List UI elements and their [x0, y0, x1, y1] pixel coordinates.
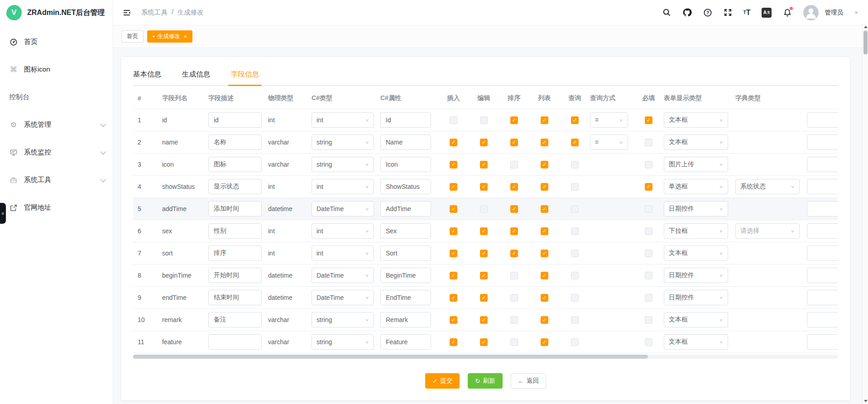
sort-checkbox[interactable]	[510, 338, 518, 346]
cs-prop-input[interactable]	[380, 290, 431, 305]
insert-checkbox[interactable]	[450, 161, 457, 168]
required-checkbox[interactable]	[645, 294, 652, 302]
query-checkbox[interactable]	[571, 338, 579, 346]
insert-checkbox[interactable]	[450, 316, 457, 324]
sort-checkbox[interactable]	[510, 205, 518, 213]
required-checkbox[interactable]	[645, 316, 652, 324]
vertical-scrollbar[interactable]	[862, 24, 868, 404]
sort-checkbox[interactable]	[510, 294, 518, 302]
settings-drawer-handle[interactable]: ≡	[0, 203, 6, 224]
sort-checkbox[interactable]	[510, 183, 518, 191]
cs-prop-input[interactable]	[380, 312, 431, 327]
list-checkbox[interactable]	[541, 139, 548, 146]
dict-type-select[interactable]: 系统状态 ∨	[735, 179, 800, 194]
form-type-select[interactable]: 日期控件 ∨	[664, 268, 728, 283]
sidebar-item-official-site[interactable]: 官网地址	[0, 194, 113, 221]
list-checkbox[interactable]	[541, 294, 548, 302]
cs-type-select[interactable]: string ∨	[312, 157, 374, 172]
cs-type-select[interactable]: int ∨	[312, 245, 374, 261]
insert-checkbox[interactable]	[450, 294, 457, 302]
cs-prop-input[interactable]	[380, 135, 431, 150]
required-checkbox[interactable]	[645, 139, 652, 146]
cs-type-select[interactable]: string ∨	[312, 312, 374, 327]
column-desc-input[interactable]	[208, 223, 262, 239]
collapse-sidebar-button[interactable]	[122, 8, 131, 17]
list-checkbox[interactable]	[541, 316, 548, 324]
edit-checkbox[interactable]	[480, 250, 488, 257]
extra-input[interactable]	[807, 268, 838, 283]
tab-basic-info[interactable]: 基本信息	[133, 70, 161, 85]
extra-input[interactable]	[807, 312, 838, 327]
query-checkbox[interactable]	[571, 250, 579, 257]
breadcrumb-item[interactable]: 系统工具	[141, 8, 168, 17]
query-checkbox[interactable]	[571, 161, 579, 168]
sort-checkbox[interactable]	[510, 250, 518, 257]
extra-input[interactable]	[807, 157, 838, 172]
edit-checkbox[interactable]	[480, 161, 488, 168]
list-checkbox[interactable]	[541, 116, 548, 124]
scroll-down-arrow-icon[interactable]	[863, 398, 868, 404]
required-checkbox[interactable]	[645, 205, 652, 213]
extra-input[interactable]	[807, 201, 838, 216]
avatar[interactable]	[803, 5, 819, 20]
extra-input[interactable]	[807, 334, 838, 350]
query-checkbox[interactable]	[571, 116, 579, 124]
column-desc-input[interactable]	[208, 157, 262, 172]
cs-type-select[interactable]: DateTime ∨	[312, 268, 374, 283]
insert-checkbox[interactable]	[450, 272, 457, 279]
required-checkbox[interactable]	[645, 338, 652, 346]
form-type-select[interactable]: 日期控件 ∨	[664, 201, 728, 216]
form-type-select[interactable]: 文本框 ∨	[664, 135, 728, 150]
sidebar-item-system-monitor[interactable]: 系统监控	[0, 139, 113, 166]
list-checkbox[interactable]	[541, 161, 548, 168]
column-desc-input[interactable]	[208, 268, 262, 283]
edit-checkbox[interactable]	[480, 227, 488, 235]
form-type-select[interactable]: 文本框 ∨	[664, 245, 728, 261]
list-checkbox[interactable]	[541, 205, 548, 213]
column-desc-input[interactable]	[208, 312, 262, 327]
cs-prop-input[interactable]	[380, 268, 431, 283]
sort-checkbox[interactable]	[510, 227, 518, 235]
column-desc-input[interactable]	[208, 334, 262, 350]
required-checkbox[interactable]	[645, 272, 652, 279]
cs-prop-input[interactable]	[380, 157, 431, 172]
column-desc-input[interactable]	[208, 112, 262, 128]
column-desc-input[interactable]	[208, 135, 262, 150]
edit-checkbox[interactable]	[480, 338, 488, 346]
edit-checkbox[interactable]	[480, 139, 488, 146]
extra-input[interactable]	[807, 112, 838, 128]
submit-button[interactable]: ✓ 提交	[425, 373, 460, 389]
list-checkbox[interactable]	[541, 272, 548, 279]
github-icon[interactable]	[682, 8, 692, 17]
sidebar-item-icons[interactable]: ⌘ 图标icon	[0, 56, 113, 83]
query-checkbox[interactable]	[571, 227, 579, 235]
tag-home[interactable]: 首页	[121, 30, 144, 43]
form-type-select[interactable]: 下拉框 ∨	[664, 223, 728, 239]
cs-prop-input[interactable]	[380, 245, 431, 261]
sidebar-section-console[interactable]: 控制台	[0, 83, 113, 111]
dict-type-select[interactable]: 请选择 ∨	[735, 223, 800, 239]
close-icon[interactable]: ×	[184, 33, 187, 40]
cs-type-select[interactable]: DateTime ∨	[312, 201, 374, 216]
form-type-select[interactable]: 图片上传 ∨	[664, 157, 728, 172]
edit-checkbox[interactable]	[480, 116, 488, 124]
horizontal-scrollbar[interactable]	[133, 355, 838, 359]
insert-checkbox[interactable]	[450, 338, 457, 346]
sidebar-item-home[interactable]: 首页	[0, 28, 113, 56]
query-type-select[interactable]: = ∨	[590, 135, 628, 150]
list-checkbox[interactable]	[541, 227, 548, 235]
search-icon[interactable]	[662, 8, 671, 17]
insert-checkbox[interactable]	[450, 116, 457, 124]
edit-checkbox[interactable]	[480, 272, 488, 279]
query-checkbox[interactable]	[571, 294, 579, 302]
tab-field-info[interactable]: 字段信息	[231, 70, 259, 85]
insert-checkbox[interactable]	[450, 183, 457, 191]
edit-checkbox[interactable]	[480, 205, 488, 213]
list-checkbox[interactable]	[541, 183, 548, 191]
cs-prop-input[interactable]	[380, 334, 431, 350]
sidebar-item-system-tools[interactable]: 系统工具	[0, 166, 113, 194]
insert-checkbox[interactable]	[450, 250, 457, 257]
back-button[interactable]: ← 返回	[511, 373, 547, 389]
refresh-button[interactable]: ↻ 刷新	[468, 373, 502, 389]
required-checkbox[interactable]	[645, 227, 652, 235]
